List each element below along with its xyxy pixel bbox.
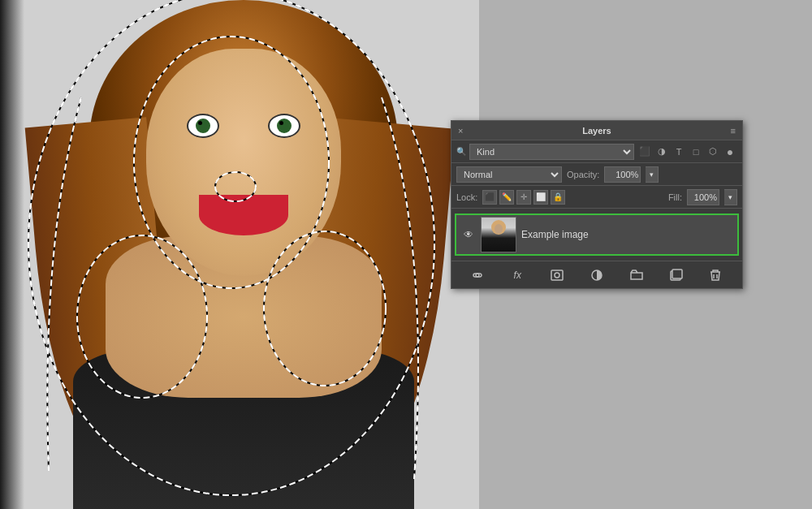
lock-image-icon[interactable]: ✏️ (499, 190, 514, 205)
search-icon: 🔍 (456, 147, 466, 156)
panel-close-icon[interactable]: × (458, 126, 463, 136)
adjustment-icon[interactable]: ◑ (654, 145, 669, 159)
svg-rect-14 (672, 270, 682, 278)
layer-thumbnail (481, 217, 516, 252)
opacity-label: Opacity: (567, 170, 599, 179)
shape-icon[interactable]: □ (689, 145, 703, 159)
layers-list: 👁 Example image (451, 209, 742, 261)
lock-row: Lock: ⬛ ✏️ ✛ ⬜ 🔒 Fill: ▾ (451, 186, 742, 209)
blend-mode-row: Normal Dissolve Multiply Screen Overlay … (451, 163, 742, 186)
mouth (199, 195, 288, 235)
face (146, 49, 341, 276)
lock-position-icon[interactable]: ✛ (516, 190, 531, 205)
fill-input[interactable] (687, 189, 719, 205)
link-layers-button[interactable] (469, 266, 486, 284)
new-group-button[interactable] (628, 266, 646, 284)
filter-toggle[interactable]: ● (723, 145, 737, 159)
eyes-area (162, 106, 325, 146)
panel-header: × Layers ≡ (451, 121, 742, 140)
svg-point-11 (555, 273, 559, 278)
type-icon[interactable]: T (672, 145, 686, 159)
new-layer-button[interactable] (667, 266, 685, 284)
right-eye (268, 114, 300, 138)
layer-item[interactable]: 👁 Example image (455, 214, 739, 256)
filter-kind-select[interactable]: Kind Name Effect Mode Attribute Color (469, 144, 634, 160)
layers-panel: × Layers ≡ 🔍 Kind Name Effect Mode Attri… (451, 120, 743, 289)
layer-effects-button[interactable]: fx (508, 266, 526, 284)
lock-all-icon[interactable]: 🔒 (551, 190, 565, 205)
opacity-input[interactable] (604, 166, 641, 183)
right-pupil (277, 119, 292, 133)
left-eye (187, 114, 219, 138)
filter-row: 🔍 Kind Name Effect Mode Attribute Color … (451, 140, 742, 163)
new-fill-layer-button[interactable] (588, 266, 606, 284)
fill-label: Fill: (668, 192, 682, 202)
panel-toolbar: fx (451, 261, 742, 288)
fill-dropdown-arrow[interactable]: ▾ (724, 189, 737, 205)
pixel-icon[interactable]: ⬛ (637, 145, 652, 159)
add-mask-button[interactable] (548, 266, 566, 284)
person-body (24, 0, 455, 509)
lock-icons: ⬛ ✏️ ✛ ⬜ 🔒 (482, 190, 565, 205)
lock-transparent-icon[interactable]: ⬛ (482, 190, 497, 205)
panel-title: Layers (582, 126, 611, 136)
delete-layer-button[interactable] (706, 266, 724, 284)
layer-visibility-toggle[interactable]: 👁 (461, 227, 476, 242)
smart-icon[interactable]: ⬡ (706, 145, 720, 159)
lock-artboard-icon[interactable]: ⬜ (533, 190, 548, 205)
lock-label: Lock: (456, 192, 477, 202)
panel-menu-icon[interactable]: ≡ (731, 126, 736, 136)
layer-name: Example image (521, 229, 732, 240)
left-pupil (196, 119, 210, 133)
blend-mode-select[interactable]: Normal Dissolve Multiply Screen Overlay … (456, 166, 562, 183)
opacity-dropdown-arrow[interactable]: ▾ (646, 166, 659, 183)
svg-rect-10 (551, 270, 563, 280)
filter-icons: ⬛ ◑ T □ ⬡ ● (637, 145, 737, 159)
